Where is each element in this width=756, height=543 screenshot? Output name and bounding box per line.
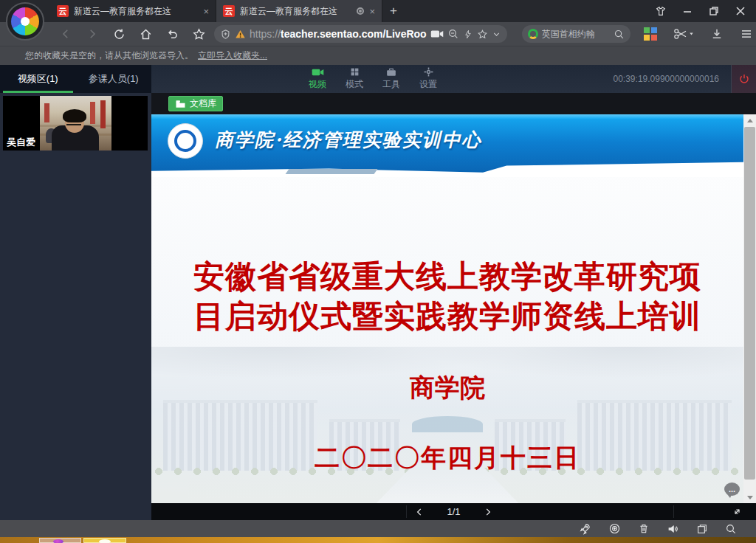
- import-bookmarks-link[interactable]: 立即导入收藏夹...: [198, 49, 267, 62]
- windows-taskbar[interactable]: [0, 537, 756, 543]
- toolbar-video-button[interactable]: 视频: [305, 65, 330, 93]
- search-hotword: 英国首相约翰: [542, 28, 610, 41]
- theme-shirt-icon[interactable]: [650, 1, 672, 21]
- scroll-down-icon[interactable]: [743, 491, 756, 503]
- browser-tab-2[interactable]: 云 新道云—教育服务都在这 ×: [216, 0, 382, 22]
- chevron-down-icon[interactable]: [492, 30, 501, 39]
- back-button[interactable]: [56, 24, 75, 44]
- video-camera-icon: [312, 68, 324, 77]
- browser-statusbar: [0, 520, 756, 537]
- end-class-button[interactable]: [731, 65, 756, 93]
- minimize-button[interactable]: [676, 1, 698, 21]
- scrollbar-thumb[interactable]: [744, 127, 755, 480]
- video-area-panel: 吴自爱: [0, 93, 151, 520]
- toolbar-tools-button[interactable]: 工具: [379, 65, 404, 93]
- participant-video-thumbnail[interactable]: 吴自爱: [3, 96, 148, 151]
- toolbox-icon: [386, 67, 396, 77]
- undo-close-button[interactable]: [162, 24, 182, 44]
- divider: [673, 505, 674, 518]
- folder-icon: [175, 100, 186, 108]
- taskbar-item[interactable]: [39, 538, 81, 543]
- scroll-up-icon[interactable]: [743, 114, 756, 126]
- apps-grid-icon[interactable]: [641, 24, 660, 44]
- document-library-button[interactable]: 文档库: [168, 96, 223, 111]
- panel-tabs: 视频区(1) 参课人员(1): [0, 65, 151, 93]
- restore-button[interactable]: [703, 1, 725, 21]
- toolbar-right: [641, 24, 756, 44]
- home-button[interactable]: [136, 24, 155, 44]
- browser-tab-1[interactable]: 云 新道云—教育服务都在这 ×: [50, 0, 216, 22]
- pinwheel-icon: [11, 7, 39, 35]
- multi-window-icon[interactable]: [696, 523, 708, 535]
- seentao-favicon-icon: 云: [223, 5, 235, 17]
- mode-grid-icon: [350, 67, 360, 77]
- search-icon[interactable]: [614, 29, 625, 40]
- url-host-path: teacher.seentao.com/LiveRoo: [281, 28, 427, 40]
- camera-permission-icon[interactable]: [430, 29, 444, 39]
- tab-title: 新道云—教育服务都在这: [74, 5, 198, 18]
- slide-pagination-bar: 1/1: [151, 503, 756, 520]
- address-bar[interactable]: https://teacher.seentao.com/LiveRoo: [214, 25, 507, 43]
- window-controls: [650, 0, 752, 22]
- tab-title: 新道云—教育服务都在这: [240, 5, 351, 18]
- bookmark-bar: 您的收藏夹是空的，请从其他浏览器导入。 立即导入收藏夹...: [0, 46, 756, 65]
- tab-participants[interactable]: 参课人员(1): [76, 65, 152, 93]
- ssl-warning-lock-icon: [235, 29, 246, 40]
- new-tab-button[interactable]: +: [382, 0, 405, 22]
- browser-titlebar: 云 新道云—教育服务都在这 × 云 新道云—教育服务都在这 × +: [0, 0, 756, 22]
- power-icon: [738, 73, 750, 85]
- forward-button[interactable]: [83, 24, 102, 44]
- toolbar-mode-button[interactable]: 模式: [342, 65, 367, 93]
- banner-title: 商学院·经济管理实验实训中心: [215, 128, 482, 152]
- page-indicator: 1/1: [447, 506, 460, 517]
- url-scheme: https://: [250, 28, 281, 40]
- page-search-icon[interactable]: [725, 523, 737, 535]
- tab-media-indicator-icon: [357, 7, 364, 15]
- slide-title: 安徽省省级重大线上教学改革研究项 目启动仪式暨实践教学师资线上培训: [151, 257, 743, 336]
- reload-button[interactable]: [109, 24, 128, 44]
- slide: 商学院·经济管理实验实训中心 安徽省省级重大线上教: [151, 114, 743, 503]
- close-button[interactable]: [729, 1, 752, 21]
- liveroom-toolbar: 视频 模式 工具 设置: [305, 65, 441, 93]
- banner-slash-decoration: [151, 161, 743, 177]
- tab-close-icon[interactable]: ×: [203, 6, 209, 17]
- url-text: https://teacher.seentao.com/LiveRoo: [250, 28, 427, 40]
- trash-icon[interactable]: [638, 522, 650, 535]
- search-engine-icon: [528, 29, 538, 39]
- divider: [406, 505, 407, 518]
- toolbar-settings-button[interactable]: 设置: [416, 65, 441, 93]
- tab-video-area[interactable]: 视频区(1): [0, 65, 76, 93]
- fullscreen-expand-icon[interactable]: [732, 503, 743, 520]
- slide-scrollbar[interactable]: [743, 114, 756, 503]
- download-icon[interactable]: [707, 24, 726, 44]
- browser-toolbar: https://teacher.seentao.com/LiveRoo 英国首相…: [0, 22, 756, 46]
- slide-subtitle: 商学院: [151, 371, 743, 405]
- favorite-star-icon[interactable]: [477, 29, 488, 40]
- tab-strip: 云 新道云—教育服务都在这 × 云 新道云—教育服务都在这 × +: [50, 0, 405, 22]
- boost-rocket-icon[interactable]: [579, 522, 591, 535]
- capture-circle-plus-icon[interactable]: [608, 522, 621, 535]
- participant-name-label: 吴自爱: [7, 136, 35, 149]
- taskbar-item[interactable]: [83, 538, 126, 543]
- slide-viewport: 商学院·经济管理实验实训中心 安徽省省级重大线上教: [151, 114, 756, 503]
- campus-photo: [151, 347, 743, 503]
- slide-title-line1: 安徽省省级重大线上教学改革研究项: [151, 257, 743, 297]
- chat-bubble-icon[interactable]: ...: [724, 483, 740, 496]
- slide-date: 二〇二〇年四月十三日: [151, 441, 743, 475]
- volume-icon[interactable]: [667, 523, 679, 535]
- screenshot-scissors-icon[interactable]: [670, 24, 697, 44]
- next-page-button[interactable]: [480, 503, 496, 520]
- presentation-area: 文档库 商学院·经济管理实验实训中心: [151, 93, 756, 520]
- tab-close-icon[interactable]: ×: [369, 6, 375, 17]
- liveroom-header: 视频区(1) 参课人员(1) 视频 模式 工具 设置 00:39:19.0990…: [0, 65, 756, 93]
- previous-page-button[interactable]: [411, 503, 427, 520]
- bookmark-star-icon[interactable]: [189, 24, 208, 44]
- browser-logo-icon[interactable]: [6, 2, 44, 41]
- lightning-extension-icon[interactable]: [463, 29, 473, 40]
- shield-icon: [220, 29, 231, 40]
- slide-title-line2: 目启动仪式暨实践教学师资线上培训: [151, 297, 743, 336]
- zoom-out-icon[interactable]: [447, 28, 459, 40]
- menu-icon[interactable]: [737, 24, 756, 44]
- browser-window: 云 新道云—教育服务都在这 × 云 新道云—教育服务都在这 × +: [0, 0, 756, 543]
- search-box[interactable]: 英国首相约翰: [522, 25, 630, 43]
